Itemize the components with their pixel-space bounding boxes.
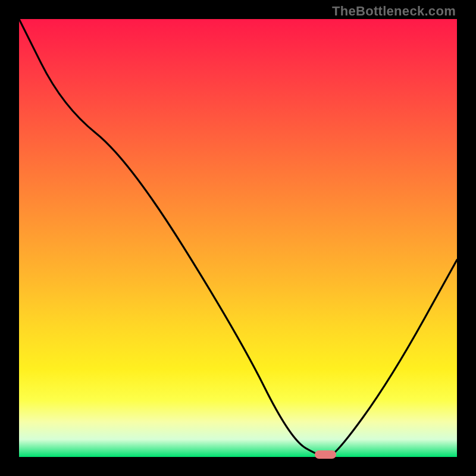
bottleneck-curve [19, 19, 457, 457]
curve-path [19, 19, 457, 457]
watermark-text: TheBottleneck.com [332, 4, 456, 19]
chart-frame: TheBottleneck.com [0, 0, 476, 476]
plot-area [19, 19, 457, 457]
optimal-marker [315, 450, 336, 459]
